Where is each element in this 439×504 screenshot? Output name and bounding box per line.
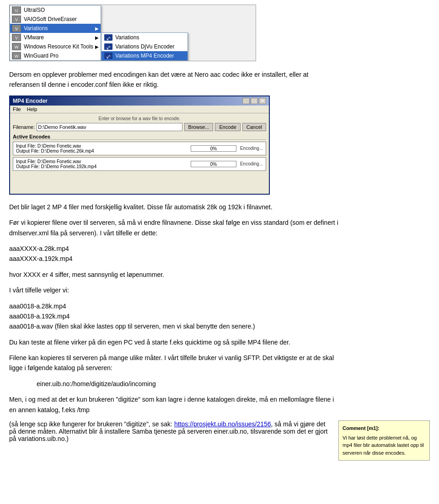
close-button[interactable]: ✕ (259, 98, 266, 104)
vn-badge-3: vn (104, 53, 112, 59)
filename-label: Filename: (13, 124, 35, 130)
encode-status-2: Encoding... (240, 161, 263, 166)
menu-item-winguard-label: WinGuard Pro (24, 53, 59, 59)
menu-item-variations-label: Variations (24, 25, 48, 32)
our-filenames: aaa0018-a.28k.mp4 aaa0018-a.192k.mp4 aaa… (9, 301, 338, 332)
encode-output-1: Output File: D:\Demo Fonetic.26k.mp4 (16, 149, 187, 154)
vmware-icon: V (12, 34, 21, 41)
minimize-button[interactable]: _ (242, 98, 250, 104)
submenu-djvu[interactable]: vn Variations DjVu Encoder (102, 42, 187, 51)
encode-output-2: Output File: D:\Demo Fonetic.192k.mp4 (16, 164, 187, 169)
menu-item-ultraiso-label: UltraISO (24, 7, 45, 13)
menu-item-winguard[interactable]: W WinGuard Pro (10, 51, 101, 60)
filename-input[interactable] (37, 123, 182, 131)
comment-text: Vi har løst dette problemet nå, og mp4 f… (343, 434, 426, 457)
p8-pre: (så lenge scp ikke fungerer for brukeren… (9, 420, 174, 428)
vaiosoft-icon: V (12, 16, 21, 23)
winguard-icon: W (12, 52, 21, 59)
server-path: einer.uib.no:/home/digitize/audio/incomi… (37, 379, 338, 389)
submenu-mp4[interactable]: vn Variations MP4 Encoder (102, 51, 187, 60)
encode-info-2: Input File: D:\Demo Fonetic.wav Output F… (16, 159, 187, 169)
filenames: aaaXXXX-a.28k.mp4 aaaXXXX-a.192k.mp4 (9, 244, 338, 264)
encoder-instruction: Enter or browse for a wav file to encode… (13, 116, 266, 121)
menu-item-variations[interactable]: V Variations ▶ (10, 24, 101, 33)
main-content: Det blir laget 2 MP 4 filer med forskjel… (9, 202, 338, 415)
encode-status-1: Encoding... (240, 146, 263, 151)
comment-title: Comment [m1]: (343, 424, 426, 432)
p7: Men, i og med at det er kun brukeren "di… (9, 394, 338, 415)
titlebar-controls: _ □ ✕ (242, 98, 266, 104)
p5: Du kan teste at filene virker på din ege… (9, 337, 338, 347)
progress-text-2: 0% (191, 161, 236, 168)
intro-text: Dersom en opplever problemer med encodin… (9, 69, 338, 90)
menu-item-vaisoft[interactable]: V VAIOSoft DriveEraser (10, 15, 101, 24)
comment-box: Comment [m1]: Vi har løst dette probleme… (338, 420, 430, 461)
menu-item-winreskit[interactable]: W Windows Resource Kit Tools ▶ (10, 42, 101, 51)
p8-link[interactable]: https://prosjekt.uib.no/issues/2156 (174, 420, 271, 428)
submenu-container: U UltraISO V VAIOSoft DriveEraser V Vari… (10, 5, 256, 61)
progress-bar-2: 0% (191, 161, 236, 167)
vn-badge-2: vn (104, 43, 112, 50)
maximize-button[interactable]: □ (251, 98, 258, 104)
variations-icon: V (12, 25, 21, 32)
menu-item-ultraiso[interactable]: U UltraISO (10, 5, 101, 15)
encode-button[interactable]: Encode (215, 123, 240, 131)
progress-text-1: 0% (191, 146, 236, 152)
bottom-section: (så lenge scp ikke fungerer for brukeren… (9, 420, 430, 461)
menubar-file[interactable]: File (13, 106, 21, 112)
encode-row-1: Input File: D:\Demo Fonetic.wav Output F… (13, 142, 266, 155)
winreskit-icon: W (12, 43, 21, 50)
encode-input-2: Input File: D:\Demo Fonetic.wav (16, 159, 187, 164)
submenu-djvu-label: Variations DjVu Encoder (115, 43, 174, 50)
encode-input-1: Input File: D:\Demo Fonetic.wav (16, 143, 187, 149)
empty-space (13, 173, 266, 191)
filename-row: Filename: Browse... Encode Cancel (13, 123, 266, 131)
encode-row-2: Input File: D:\Demo Fonetic.wav Output F… (13, 157, 266, 171)
menu-item-vmware[interactable]: V VMware ▶ (10, 33, 101, 42)
arrow-icon: ▶ (95, 26, 99, 31)
encoder-title: MP4 Encoder (13, 98, 48, 104)
menu-item-vmware-label: VMware (24, 34, 44, 41)
intro-paragraph: Dersom en opplever problemer med encodin… (9, 69, 338, 90)
p4: I vårt tilfelle velger vi: (9, 285, 338, 295)
p6: Filene kan kopieres til serveren på mang… (9, 353, 338, 373)
submenu-variations[interactable]: vn Variations (102, 33, 187, 42)
bottom-main-text: (så lenge scp ikke fungerer for brukeren… (9, 420, 331, 461)
section-label: Active Encodes (13, 134, 266, 140)
menu-item-winreskit-label: Windows Resource Kit Tools (24, 43, 93, 50)
browse-button[interactable]: Browse... (184, 123, 214, 131)
submenu-mp4-label: Variations MP4 Encoder (115, 53, 174, 59)
menu-screenshot: U UltraISO V VAIOSoft DriveEraser V Vari… (9, 5, 256, 61)
encoder-titlebar: MP4 Encoder _ □ ✕ (10, 96, 269, 106)
cancel-button[interactable]: Cancel (242, 123, 266, 131)
encoder-body: Enter or browse for a wav file to encode… (10, 113, 269, 194)
vn-badge-1: vn (104, 34, 112, 41)
encoder-menubar: File Help (10, 106, 269, 113)
arrow-icon-3: ▶ (95, 44, 99, 49)
p1: Det blir laget 2 MP 4 filer med forskjel… (9, 202, 338, 212)
sub-menu: vn Variations vn Variations DjVu Encoder… (101, 32, 188, 61)
ultraiso-icon: U (12, 6, 21, 14)
p8: (så lenge scp ikke fungerer for brukeren… (9, 420, 331, 442)
encode-info-1: Input File: D:\Demo Fonetic.wav Output F… (16, 143, 187, 154)
encoder-window: MP4 Encoder _ □ ✕ File Help Enter or bro… (9, 95, 270, 195)
p3: hvor XXXX er 4 siffer, mest sannsynlig e… (9, 270, 338, 280)
main-menu: U UltraISO V VAIOSoft DriveEraser V Vari… (10, 5, 101, 61)
server-path-text: einer.uib.no:/home/digitize/audio/incomi… (37, 380, 156, 387)
menubar-help[interactable]: Help (27, 106, 37, 112)
submenu-variations-label: Variations (115, 34, 139, 41)
menu-item-vaisoft-label: VAIOSoft DriveEraser (24, 16, 77, 22)
p2: Før vi kopierer filene over til serveren… (9, 218, 338, 238)
arrow-icon-2: ▶ (95, 35, 99, 40)
progress-bar-1: 0% (191, 145, 236, 152)
